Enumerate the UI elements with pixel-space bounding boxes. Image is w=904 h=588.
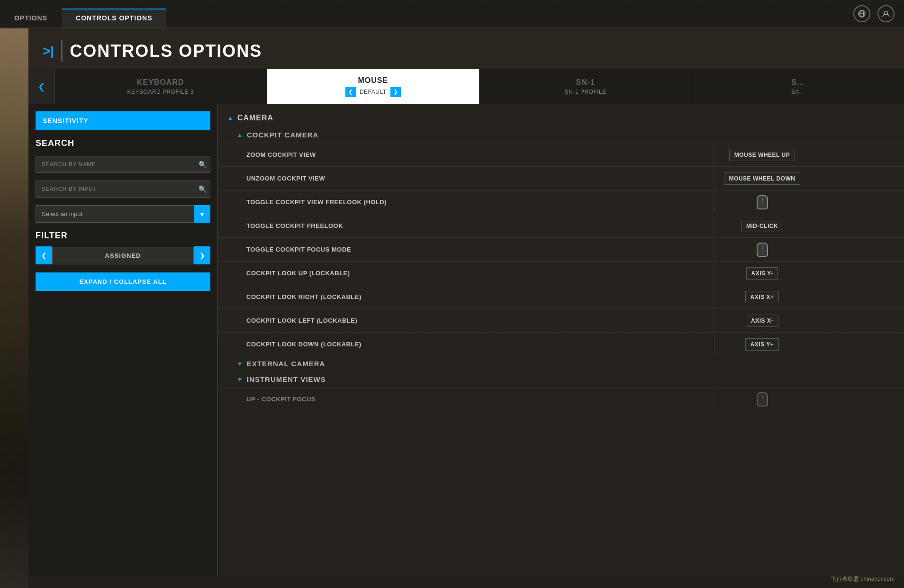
tab-options[interactable]: OPTIONS bbox=[0, 9, 62, 27]
toggle-freelook-binding1[interactable]: MID-CLICK bbox=[714, 216, 809, 236]
search-label: SEARCH bbox=[36, 138, 210, 148]
filter-row: ❮ ASSIGNED ❯ bbox=[36, 246, 210, 264]
zoom-cockpit-name: ZOOM COCKPIT VIEW bbox=[218, 145, 714, 164]
control-look-down: COCKPIT LOOK DOWN (LOCKABLE) AXIS Y+ bbox=[218, 332, 904, 356]
title-divider bbox=[61, 40, 63, 62]
subcategory-external-camera[interactable]: ▼ EXTERNAL CAMERA bbox=[218, 356, 904, 371]
external-camera-label: EXTERNAL CAMERA bbox=[247, 360, 325, 368]
tab-keyboard[interactable]: KEYBOARD KEYBOARD PROFILE 3 bbox=[54, 69, 267, 104]
search-by-name-input[interactable] bbox=[36, 156, 210, 173]
unzoom-cockpit-binding1[interactable]: MOUSE WHEEL DOWN bbox=[714, 169, 809, 189]
filter-value: ASSIGNED bbox=[52, 247, 194, 264]
mouse-icon-up-cockpit bbox=[757, 392, 768, 407]
filter-right-arrow[interactable]: ❯ bbox=[194, 246, 210, 264]
control-toggle-freelook-hold: TOGGLE COCKPIT VIEW FREELOOK (HOLD) bbox=[218, 190, 904, 214]
look-left-binding1[interactable]: AXIS X- bbox=[714, 311, 809, 331]
tab-controls-options[interactable]: CONTROLS OPTIONS bbox=[62, 9, 166, 27]
filter-label: FILTER bbox=[36, 231, 210, 241]
toggle-freelook-binding-tag: MID-CLICK bbox=[741, 220, 783, 232]
search-input-icon[interactable]: 🔍 bbox=[199, 185, 207, 193]
look-right-name: COCKPIT LOOK RIGHT (LOCKABLE) bbox=[218, 288, 714, 306]
nav-icons bbox=[853, 5, 895, 22]
device-tabs: ❮ KEYBOARD KEYBOARD PROFILE 3 MOUSE ❮ DE… bbox=[28, 69, 904, 104]
sn1-profile-name: SN-1 PROFILE bbox=[565, 89, 606, 95]
up-cockpit-focus-name: UP - COCKPIT FOCUS bbox=[218, 390, 714, 408]
globe-icon[interactable] bbox=[853, 5, 870, 22]
tab-sn1[interactable]: SN-1 SN-1 PROFILE bbox=[479, 69, 692, 104]
camera-caret: ▲ bbox=[227, 115, 234, 121]
mouse-profile-name: DEFAULT bbox=[360, 89, 387, 95]
mouse-prev-arrow[interactable]: ❮ bbox=[345, 87, 356, 97]
look-left-name: COCKPIT LOOK LEFT (LOCKABLE) bbox=[218, 311, 714, 330]
page-title-icon: >| bbox=[43, 44, 54, 59]
filter-left-arrow[interactable]: ❮ bbox=[36, 246, 52, 264]
control-toggle-focus-mode: TOGGLE COCKPIT FOCUS MODE bbox=[218, 237, 904, 261]
select-input-row: Select an input ▼ bbox=[36, 205, 210, 223]
mouse-icon-focus-mode bbox=[757, 243, 768, 257]
unzoom-cockpit-name: UNZOOM COCKPIT VIEW bbox=[218, 169, 714, 188]
keyboard-profile-name: KEYBOARD PROFILE 3 bbox=[127, 89, 194, 95]
columns-wrapper: SENSITIVITY SEARCH 🔍 🔍 Select an input ▼… bbox=[28, 104, 904, 576]
subcategory-cockpit-camera[interactable]: ▲ COCKPIT CAMERA bbox=[218, 127, 904, 143]
zoom-cockpit-binding1[interactable]: MOUSE WHEEL UP bbox=[714, 145, 809, 165]
keyboard-profile-row: KEYBOARD PROFILE 3 bbox=[127, 89, 194, 95]
toggle-freelook-name: TOGGLE COCKPIT FREELOOK bbox=[218, 217, 714, 235]
camera-label: CAMERA bbox=[237, 114, 273, 122]
sn1-profile-row: SN-1 PROFILE bbox=[565, 89, 606, 95]
look-right-binding-tag: AXIS X+ bbox=[745, 291, 779, 303]
sa-profile-row: SA... bbox=[791, 89, 805, 95]
search-by-input-row: 🔍 bbox=[36, 181, 210, 198]
cockpit-camera-label: COCKPIT CAMERA bbox=[247, 131, 319, 139]
sidebar: SENSITIVITY SEARCH 🔍 🔍 Select an input ▼… bbox=[28, 104, 218, 576]
sa-tab-name: S... bbox=[791, 78, 805, 87]
device-tab-left-arrow[interactable]: ❮ bbox=[28, 69, 54, 104]
look-down-name: COCKPIT LOOK DOWN (LOCKABLE) bbox=[218, 335, 714, 353]
zoom-binding-tag: MOUSE WHEEL UP bbox=[729, 149, 795, 161]
page-title: CONTROLS OPTIONS bbox=[70, 41, 262, 61]
mouse-profile-row: ❮ DEFAULT ❯ bbox=[345, 87, 401, 97]
sn1-tab-name: SN-1 bbox=[576, 78, 595, 87]
controls-content-area[interactable]: ▲ CAMERA ▲ COCKPIT CAMERA ZOOM COCKPIT V… bbox=[218, 104, 904, 576]
look-up-binding1[interactable]: AXIS Y- bbox=[714, 263, 809, 283]
external-camera-caret: ▼ bbox=[237, 361, 243, 367]
toggle-focus-mode-name: TOGGLE COCKPIT FOCUS MODE bbox=[218, 240, 714, 259]
control-toggle-freelook: TOGGLE COCKPIT FREELOOK MID-CLICK bbox=[218, 214, 904, 237]
look-up-name: COCKPIT LOOK UP (LOCKABLE) bbox=[218, 264, 714, 282]
instrument-views-caret: ▼ bbox=[237, 376, 243, 383]
toggle-focus-mode-binding1[interactable] bbox=[714, 239, 809, 261]
main-panel: >| CONTROLS OPTIONS ❮ KEYBOARD KEYBOARD … bbox=[28, 28, 904, 588]
mouse-icon-freelook-hold bbox=[757, 195, 768, 209]
look-up-binding-tag: AXIS Y- bbox=[746, 267, 778, 280]
mouse-next-arrow[interactable]: ❯ bbox=[390, 87, 401, 97]
instrument-views-label: INSTRUMENT VIEWS bbox=[247, 375, 326, 383]
control-look-left: COCKPIT LOOK LEFT (LOCKABLE) AXIS X- bbox=[218, 308, 904, 332]
control-look-up: COCKPIT LOOK UP (LOCKABLE) AXIS Y- bbox=[218, 261, 904, 285]
look-right-binding1[interactable]: AXIS X+ bbox=[714, 287, 809, 307]
tab-sa[interactable]: S... SA... bbox=[692, 69, 904, 104]
unzoom-binding-tag: MOUSE WHEEL DOWN bbox=[724, 172, 801, 185]
category-camera[interactable]: ▲ CAMERA bbox=[218, 109, 904, 127]
watermark: 飞行者联盟 chinahpr.com bbox=[831, 575, 895, 583]
subcategory-instrument-views[interactable]: ▼ INSTRUMENT VIEWS bbox=[218, 371, 904, 387]
toggle-freelook-hold-binding1[interactable] bbox=[714, 191, 809, 213]
search-by-input-input[interactable] bbox=[36, 181, 210, 198]
search-name-icon[interactable]: 🔍 bbox=[199, 161, 207, 168]
search-by-name-row: 🔍 bbox=[36, 156, 210, 173]
tab-mouse[interactable]: MOUSE ❮ DEFAULT ❯ bbox=[267, 69, 480, 104]
select-input-value: Select an input bbox=[42, 210, 82, 217]
select-input-display[interactable]: Select an input bbox=[36, 205, 210, 223]
control-unzoom-cockpit-view: UNZOOM COCKPIT VIEW MOUSE WHEEL DOWN bbox=[218, 166, 904, 190]
select-dropdown-arrow[interactable]: ▼ bbox=[194, 205, 210, 223]
top-navigation: OPTIONS CONTROLS OPTIONS bbox=[0, 0, 904, 28]
up-cockpit-focus-binding1[interactable] bbox=[714, 389, 809, 410]
user-icon[interactable] bbox=[877, 5, 895, 22]
mouse-tab-name: MOUSE bbox=[358, 76, 388, 85]
expand-collapse-button[interactable]: EXPAND / COLLAPSE ALL bbox=[36, 272, 210, 291]
sensitivity-button[interactable]: SENSITIVITY bbox=[36, 111, 210, 130]
look-down-binding1[interactable]: AXIS Y+ bbox=[714, 335, 809, 354]
look-left-binding-tag: AXIS X- bbox=[746, 315, 778, 327]
cockpit-camera-caret: ▲ bbox=[237, 132, 243, 138]
toggle-freelook-hold-name: TOGGLE COCKPIT VIEW FREELOOK (HOLD) bbox=[218, 193, 714, 211]
page-header: >| CONTROLS OPTIONS bbox=[28, 28, 904, 69]
sa-profile-name: SA... bbox=[791, 89, 805, 95]
